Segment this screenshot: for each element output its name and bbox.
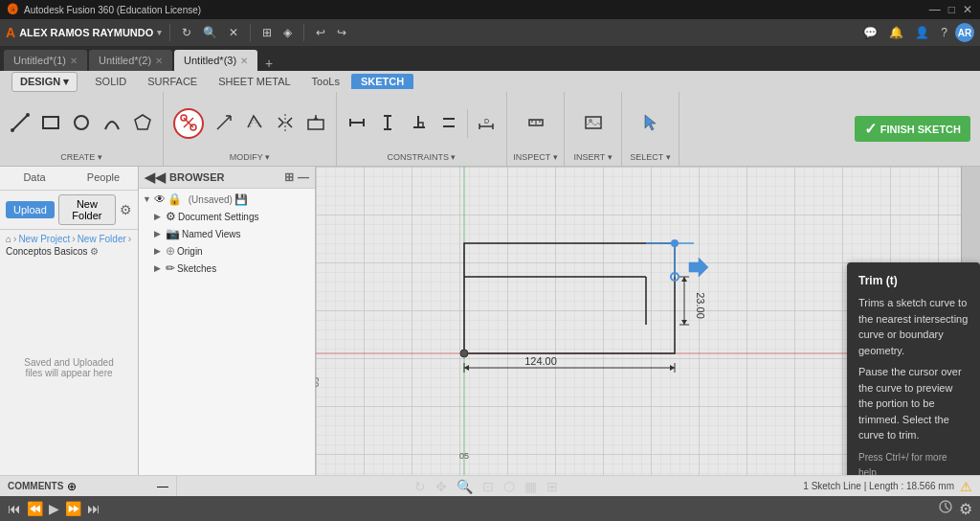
offset-tool-btn[interactable] [240,110,269,136]
circle-tool-btn[interactable] [67,110,96,136]
select-btn[interactable] [636,110,665,136]
trim-tool-btn[interactable] [169,106,208,141]
tree-origin-label: Origin [177,246,203,257]
app-logo: 🅐 [8,4,18,15]
tab-add-btn[interactable]: + [259,56,278,71]
finish-sketch-btn[interactable]: ✓ FINISH SKETCH [855,116,970,142]
minimize-btn[interactable]: — [929,3,941,16]
tab-untitled3[interactable]: Untitled*(3) ✕ [174,50,257,71]
playback-controls: ⏮ ⏪ ▶ ⏩ ⏭ [8,501,100,516]
upload-btn[interactable]: Upload [6,201,55,218]
data-tab[interactable]: Data [0,167,69,190]
project-tool-btn[interactable] [301,110,330,136]
help-btn[interactable]: ? [937,24,951,41]
timeline-settings-btn[interactable] [938,499,953,518]
playback-end-btn[interactable]: ⏭ [87,501,100,516]
playback-prev-btn[interactable]: ⏪ [27,501,43,516]
grid-btn[interactable]: ⊞ [258,24,276,41]
orbit-btn[interactable]: ↻ [412,479,428,494]
close-btn[interactable]: ✕ [963,3,972,16]
shape-btn[interactable]: ◈ [279,24,296,41]
playback-start-btn[interactable]: ⏮ [8,501,21,516]
breadcrumb: ⌂ › New Project › New Folder › Conceptos… [0,230,138,260]
toolbar-separator-3 [303,24,304,41]
tree-document-settings[interactable]: ▶ ⚙ Document Settings [139,208,315,225]
ribbon-tab-surface[interactable]: SURFACE [138,74,207,89]
measure-btn[interactable] [522,110,550,136]
perpendicular-constraint-btn[interactable] [404,110,433,136]
undo-btn[interactable]: ↩ [312,24,329,41]
playback-next-btn[interactable]: ⏩ [65,501,81,516]
canvas-area[interactable]: 124.00 23.00 05 05 Trim (t) Trims a sket… [316,167,980,475]
mirror-tool-btn[interactable] [271,110,300,136]
browser-icon-2[interactable]: — [298,170,309,184]
comments-expand-icon[interactable]: — [157,480,168,493]
chat-btn[interactable]: 💬 [859,24,881,41]
rectangle-tool-btn[interactable] [36,110,65,136]
ribbon-tab-solid[interactable]: SOLID [85,74,136,89]
breadcrumb-new-folder[interactable]: New Folder [78,234,126,244]
extend-tool-btn[interactable] [210,110,238,136]
title-left: 🅐 Autodesk Fusion 360 (Education License… [8,4,201,15]
people-tab[interactable]: People [69,167,138,190]
breadcrumb-current: Conceptos Basicos [6,246,88,257]
tree-root-lock-icon: 🔒 [167,193,182,206]
insert-image-btn[interactable] [579,110,608,136]
maximize-btn[interactable]: □ [948,3,955,16]
tooltip-desc1: Trims a sketch curve to the nearest inte… [858,295,969,358]
tree-sketches[interactable]: ▶ ✏ Sketches [139,260,315,277]
dimension-btn[interactable]: D [472,110,501,136]
tree-named-views[interactable]: ▶ 📷 Named Views [139,225,315,242]
close-panel-btn[interactable]: ✕ [225,24,242,41]
svg-rect-12 [308,120,323,129]
comments-icon[interactable]: ⊕ [67,480,77,493]
svg-point-0 [11,128,14,132]
constraints-sep [467,109,468,138]
account-btn[interactable]: 👤 [911,24,933,41]
tab3-close[interactable]: ✕ [240,56,248,66]
browser-icon-1[interactable]: ⊞ [284,170,294,184]
new-folder-btn[interactable]: New Folder [58,194,116,225]
canvas-controls: ↻ ✥ 🔍 ⊡ ⬡ ▦ ⊞ [177,476,795,496]
home-icon[interactable]: ⌂ [6,234,11,244]
breadcrumb-settings-icon[interactable]: ⚙ [90,246,99,257]
tree-origin[interactable]: ▶ ⊕ Origin [139,242,315,260]
svg-point-60 [671,239,679,247]
settings-btn[interactable]: ⚙ [120,202,132,217]
tab-untitled1[interactable]: Untitled*(1) ✕ [4,50,87,71]
design-dropdown[interactable]: DESIGN ▾ [11,72,78,92]
display-settings-btn[interactable]: ▦ [523,479,539,494]
grid-settings-btn[interactable]: ⊞ [545,479,560,494]
search-btn[interactable]: 🔍 [199,24,221,41]
ribbon-tab-tools[interactable]: TooLs [302,74,349,89]
svg-line-67 [946,507,948,510]
title-controls[interactable]: — □ ✕ [929,3,972,16]
breadcrumb-new-project[interactable]: New Project [18,234,70,244]
redo-btn[interactable]: ↪ [333,24,350,41]
pan-btn[interactable]: ✥ [434,479,449,494]
fit-btn[interactable]: ⊡ [480,479,496,494]
playback-play-btn[interactable]: ▶ [49,501,59,516]
view-cube-btn[interactable]: ⬡ [501,479,517,494]
brand-dropdown-icon[interactable]: ▾ [157,28,162,37]
tab-untitled2[interactable]: Untitled*(2) ✕ [89,50,172,71]
arc-tool-btn[interactable] [98,110,126,136]
settings-cog-btn[interactable]: ⚙ [959,500,972,518]
tab2-close[interactable]: ✕ [155,56,163,66]
svg-text:124.00: 124.00 [524,355,557,367]
vertical-constraint-btn[interactable] [373,110,402,136]
horizontal-constraint-btn[interactable] [343,110,371,136]
tree-save-icon[interactable]: 💾 [234,193,248,206]
title-bar: 🅐 Autodesk Fusion 360 (Education License… [0,0,980,19]
polygon-tool-btn[interactable] [128,110,157,136]
sync-btn[interactable]: ↻ [178,24,195,41]
browser-collapse-icon[interactable]: ◀◀ [145,170,166,185]
line-tool-btn[interactable] [6,110,34,136]
tab1-close[interactable]: ✕ [70,56,78,66]
tree-root-item[interactable]: ▼ 👁 🔒 (Unsaved) 💾 [139,191,315,208]
ribbon-tab-sheet-metal[interactable]: SHEET METAL [209,74,300,89]
ribbon-tab-sketch[interactable]: SKETCH [351,74,413,89]
notification-btn[interactable]: 🔔 [885,24,907,41]
zoom-btn[interactable]: 🔍 [455,479,475,494]
parallel-constraint-btn[interactable] [434,110,463,136]
